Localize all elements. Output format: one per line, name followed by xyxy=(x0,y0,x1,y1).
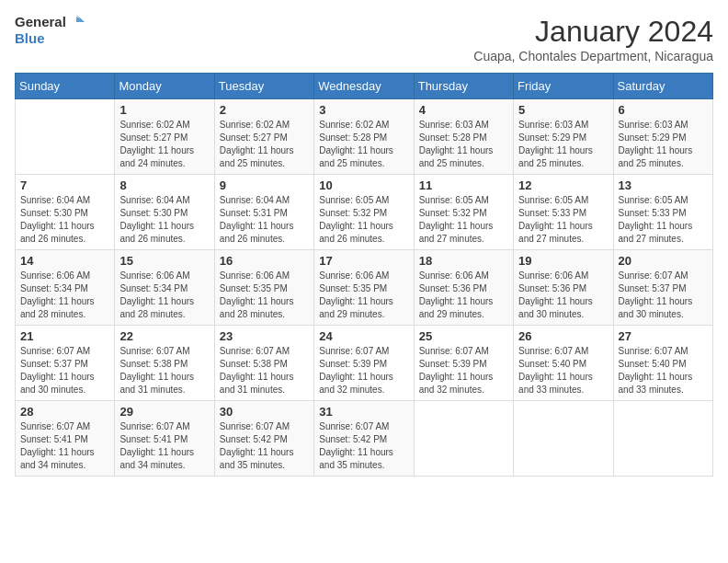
main-title: January 2024 xyxy=(473,15,713,49)
day-number: 8 xyxy=(119,178,209,192)
day-number: 28 xyxy=(20,405,109,419)
calendar-body: 1Sunrise: 6:02 AM Sunset: 5:27 PM Daylig… xyxy=(16,99,713,477)
calendar-cell xyxy=(514,401,613,477)
day-number: 3 xyxy=(319,103,408,117)
day-number: 12 xyxy=(518,178,608,192)
calendar-cell: 19Sunrise: 6:06 AM Sunset: 5:36 PM Dayli… xyxy=(514,250,613,326)
calendar-cell: 8Sunrise: 6:04 AM Sunset: 5:30 PM Daylig… xyxy=(115,175,214,250)
day-details: Sunrise: 6:05 AM Sunset: 5:32 PM Dayligh… xyxy=(419,194,508,246)
day-details: Sunrise: 6:06 AM Sunset: 5:36 PM Dayligh… xyxy=(518,270,608,321)
logo-general: General xyxy=(15,15,66,30)
calendar-cell: 20Sunrise: 6:07 AM Sunset: 5:37 PM Dayli… xyxy=(613,250,712,326)
day-number: 21 xyxy=(20,329,109,343)
col-header-saturday: Saturday xyxy=(613,74,712,99)
calendar-cell: 26Sunrise: 6:07 AM Sunset: 5:40 PM Dayli… xyxy=(514,326,613,401)
day-details: Sunrise: 6:06 AM Sunset: 5:34 PM Dayligh… xyxy=(20,270,109,321)
calendar-cell: 17Sunrise: 6:06 AM Sunset: 5:35 PM Dayli… xyxy=(314,250,414,326)
day-details: Sunrise: 6:07 AM Sunset: 5:42 PM Dayligh… xyxy=(319,420,408,472)
day-number: 9 xyxy=(220,178,309,192)
col-header-wednesday: Wednesday xyxy=(314,74,414,99)
calendar-header-row: SundayMondayTuesdayWednesdayThursdayFrid… xyxy=(16,74,713,99)
day-details: Sunrise: 6:07 AM Sunset: 5:39 PM Dayligh… xyxy=(419,345,508,396)
calendar-cell xyxy=(613,401,712,477)
col-header-friday: Friday xyxy=(514,74,613,99)
logo-blue: Blue xyxy=(15,30,45,46)
calendar-cell: 25Sunrise: 6:07 AM Sunset: 5:39 PM Dayli… xyxy=(414,326,513,401)
day-details: Sunrise: 6:03 AM Sunset: 5:29 PM Dayligh… xyxy=(518,119,608,170)
calendar-cell: 6Sunrise: 6:03 AM Sunset: 5:29 PM Daylig… xyxy=(613,99,712,175)
calendar-cell: 16Sunrise: 6:06 AM Sunset: 5:35 PM Dayli… xyxy=(214,250,313,326)
col-header-thursday: Thursday xyxy=(414,74,513,99)
calendar-cell: 14Sunrise: 6:06 AM Sunset: 5:34 PM Dayli… xyxy=(16,250,115,326)
day-number: 6 xyxy=(619,103,708,117)
calendar-cell: 18Sunrise: 6:06 AM Sunset: 5:36 PM Dayli… xyxy=(414,250,513,326)
calendar-cell: 28Sunrise: 6:07 AM Sunset: 5:41 PM Dayli… xyxy=(16,401,115,477)
day-details: Sunrise: 6:06 AM Sunset: 5:35 PM Dayligh… xyxy=(319,270,408,321)
day-details: Sunrise: 6:07 AM Sunset: 5:41 PM Dayligh… xyxy=(20,420,109,472)
calendar-cell: 12Sunrise: 6:05 AM Sunset: 5:33 PM Dayli… xyxy=(514,175,613,250)
logo-text: General Blue xyxy=(15,15,85,46)
calendar-cell: 13Sunrise: 6:05 AM Sunset: 5:33 PM Dayli… xyxy=(613,175,712,250)
day-number: 4 xyxy=(419,103,508,117)
logo-bird-icon xyxy=(68,15,85,29)
day-details: Sunrise: 6:03 AM Sunset: 5:28 PM Dayligh… xyxy=(419,119,508,170)
day-number: 22 xyxy=(119,329,209,343)
day-number: 15 xyxy=(119,254,209,268)
day-details: Sunrise: 6:07 AM Sunset: 5:37 PM Dayligh… xyxy=(20,345,109,396)
day-number: 13 xyxy=(619,178,708,192)
day-details: Sunrise: 6:07 AM Sunset: 5:40 PM Dayligh… xyxy=(518,345,608,396)
calendar-cell xyxy=(414,401,513,477)
calendar-table: SundayMondayTuesdayWednesdayThursdayFrid… xyxy=(15,73,713,477)
col-header-tuesday: Tuesday xyxy=(214,74,313,99)
day-number: 31 xyxy=(319,405,408,419)
calendar-cell: 29Sunrise: 6:07 AM Sunset: 5:41 PM Dayli… xyxy=(115,401,214,477)
day-number: 20 xyxy=(619,254,708,268)
day-details: Sunrise: 6:06 AM Sunset: 5:36 PM Dayligh… xyxy=(419,270,508,321)
calendar-cell: 15Sunrise: 6:06 AM Sunset: 5:34 PM Dayli… xyxy=(115,250,214,326)
calendar-cell: 9Sunrise: 6:04 AM Sunset: 5:31 PM Daylig… xyxy=(214,175,313,250)
calendar-cell: 4Sunrise: 6:03 AM Sunset: 5:28 PM Daylig… xyxy=(414,99,513,175)
calendar-cell: 22Sunrise: 6:07 AM Sunset: 5:38 PM Dayli… xyxy=(115,326,214,401)
day-number: 19 xyxy=(518,254,608,268)
day-details: Sunrise: 6:06 AM Sunset: 5:34 PM Dayligh… xyxy=(119,270,209,321)
day-details: Sunrise: 6:07 AM Sunset: 5:41 PM Dayligh… xyxy=(119,420,209,472)
col-header-monday: Monday xyxy=(115,74,214,99)
day-number: 1 xyxy=(119,103,209,117)
day-number: 14 xyxy=(20,254,109,268)
day-details: Sunrise: 6:06 AM Sunset: 5:35 PM Dayligh… xyxy=(220,270,309,321)
day-number: 18 xyxy=(419,254,508,268)
page-header: General Blue January 2024 Cuapa, Chontal… xyxy=(15,15,713,63)
calendar-cell: 5Sunrise: 6:03 AM Sunset: 5:29 PM Daylig… xyxy=(514,99,613,175)
day-details: Sunrise: 6:02 AM Sunset: 5:27 PM Dayligh… xyxy=(220,119,309,170)
day-number: 17 xyxy=(319,254,408,268)
calendar-cell: 31Sunrise: 6:07 AM Sunset: 5:42 PM Dayli… xyxy=(314,401,414,477)
day-number: 7 xyxy=(20,178,109,192)
calendar-cell: 11Sunrise: 6:05 AM Sunset: 5:32 PM Dayli… xyxy=(414,175,513,250)
week-row-5: 28Sunrise: 6:07 AM Sunset: 5:41 PM Dayli… xyxy=(16,401,713,477)
day-number: 11 xyxy=(419,178,508,192)
day-details: Sunrise: 6:03 AM Sunset: 5:29 PM Dayligh… xyxy=(619,119,708,170)
day-details: Sunrise: 6:07 AM Sunset: 5:37 PM Dayligh… xyxy=(619,270,708,321)
calendar-cell: 1Sunrise: 6:02 AM Sunset: 5:27 PM Daylig… xyxy=(115,99,214,175)
day-details: Sunrise: 6:04 AM Sunset: 5:31 PM Dayligh… xyxy=(220,194,309,246)
day-number: 30 xyxy=(220,405,309,419)
subtitle: Cuapa, Chontales Department, Nicaragua xyxy=(473,49,713,63)
calendar-cell: 27Sunrise: 6:07 AM Sunset: 5:40 PM Dayli… xyxy=(613,326,712,401)
calendar-cell: 7Sunrise: 6:04 AM Sunset: 5:30 PM Daylig… xyxy=(16,175,115,250)
calendar-cell: 30Sunrise: 6:07 AM Sunset: 5:42 PM Dayli… xyxy=(214,401,313,477)
week-row-2: 7Sunrise: 6:04 AM Sunset: 5:30 PM Daylig… xyxy=(16,175,713,250)
logo: General Blue xyxy=(15,15,85,46)
calendar-cell: 3Sunrise: 6:02 AM Sunset: 5:28 PM Daylig… xyxy=(314,99,414,175)
title-block: January 2024 Cuapa, Chontales Department… xyxy=(473,15,713,63)
day-details: Sunrise: 6:07 AM Sunset: 5:38 PM Dayligh… xyxy=(119,345,209,396)
calendar-cell: 2Sunrise: 6:02 AM Sunset: 5:27 PM Daylig… xyxy=(214,99,313,175)
day-number: 10 xyxy=(319,178,408,192)
day-number: 23 xyxy=(220,329,309,343)
day-number: 26 xyxy=(518,329,608,343)
day-details: Sunrise: 6:07 AM Sunset: 5:38 PM Dayligh… xyxy=(220,345,309,396)
day-number: 2 xyxy=(220,103,309,117)
day-number: 25 xyxy=(419,329,508,343)
day-number: 24 xyxy=(319,329,408,343)
day-number: 5 xyxy=(518,103,608,117)
day-details: Sunrise: 6:02 AM Sunset: 5:27 PM Dayligh… xyxy=(119,119,209,170)
